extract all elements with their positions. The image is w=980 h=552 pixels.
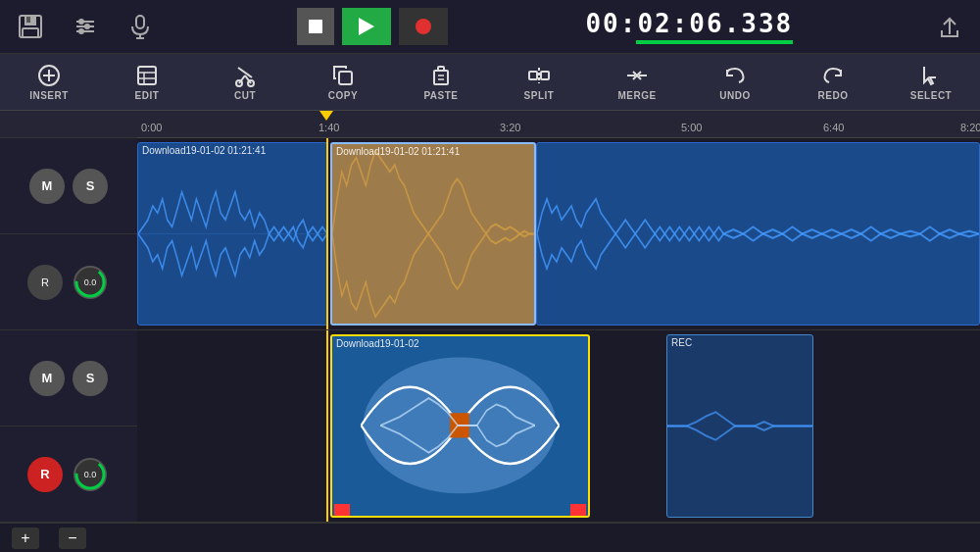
track2-controls-row2: R 0.0 [0, 427, 137, 523]
top-bar: 00:02:06.338 [0, 0, 980, 54]
toolbar-redo[interactable]: REDO [784, 54, 882, 110]
record-icon [416, 19, 431, 34]
play-button[interactable] [342, 8, 391, 45]
track2-mute-button[interactable]: M [29, 361, 65, 396]
track1-lane[interactable]: Download19-01-02 01:21:41 Download19-01-… [137, 138, 980, 330]
timeline-area: 0:00 1:40 3:20 5:00 6:40 8:20 Download19… [137, 111, 980, 523]
ruler-label-2: 3:20 [500, 122, 520, 133]
timeline-ruler[interactable]: 0:00 1:40 3:20 5:00 6:40 8:20 [137, 111, 980, 138]
toolbar-select[interactable]: SELECT [882, 54, 980, 110]
ruler-label-1: 1:40 [318, 122, 339, 133]
ruler-label-0: 0:00 [141, 122, 162, 133]
top-bar-left [12, 8, 159, 45]
track2-clip1-label: Download19-01-02 [336, 338, 419, 349]
share-button[interactable] [931, 8, 968, 45]
playhead-line-track1 [326, 138, 328, 329]
track1-clip2-selected[interactable]: Download19-01-02 01:21:41 [330, 142, 536, 326]
track1-clip1[interactable]: Download19-01-02 01:21:41 [137, 142, 328, 326]
track-controls: M S R 0.0 M S R 0 [0, 111, 137, 523]
track2-clip1-handle-left[interactable] [334, 504, 350, 516]
track2-rec-label: REC [671, 337, 692, 348]
svg-rect-26 [339, 72, 352, 84]
track1-controls-row2: R 0.0 [0, 234, 137, 330]
ruler-label-4: 6:40 [823, 122, 844, 133]
track2-lane[interactable]: Download19-01-02 [137, 330, 980, 523]
ruler-spacer [0, 111, 137, 138]
timecode-area: 00:02:06.338 [585, 9, 793, 44]
toolbar-cut[interactable]: CUT [196, 54, 294, 110]
add-track-button[interactable]: + [12, 527, 39, 549]
svg-point-9 [78, 28, 84, 34]
bottom-bar: + − [0, 523, 980, 552]
main-area: M S R 0.0 M S R 0 [0, 111, 980, 523]
ruler-ticks: 0:00 1:40 3:20 5:00 6:40 8:20 [137, 111, 980, 137]
toolbar-edit[interactable]: EDIT [98, 54, 196, 110]
toolbar-split[interactable]: SPLIT [490, 54, 588, 110]
toolbar: INSERT EDIT CUT COPY [0, 54, 980, 111]
record-button[interactable] [399, 8, 448, 45]
toolbar-paste[interactable]: PASTE [392, 54, 490, 110]
svg-point-8 [84, 24, 90, 29]
svg-rect-27 [434, 71, 448, 84]
save-button[interactable] [12, 8, 49, 45]
timecode-progress-bar [636, 40, 793, 44]
svg-rect-17 [138, 67, 156, 84]
track1-clip3[interactable] [536, 142, 980, 326]
timecode-display: 00:02:06.338 [585, 9, 793, 38]
track1-clip1-label: Download19-01-02 01:21:41 [142, 145, 266, 156]
mic-button[interactable] [122, 8, 159, 45]
track2-controls: M S [0, 330, 137, 427]
toolbar-merge[interactable]: MERGE [588, 54, 686, 110]
track1-dial-value: 0.0 [84, 277, 97, 287]
stop-button[interactable] [297, 8, 334, 45]
track2-r-button[interactable]: R [27, 457, 63, 492]
toolbar-insert[interactable]: INSERT [0, 54, 98, 110]
track2-rec-clip[interactable]: REC [666, 334, 813, 518]
track2-dial-value: 0.0 [84, 470, 97, 479]
track1-solo-button[interactable]: S [73, 169, 108, 204]
toolbar-undo[interactable]: UNDO [686, 54, 784, 110]
ruler-label-3: 5:00 [681, 122, 702, 133]
svg-rect-2 [23, 28, 38, 37]
track1-mute-button[interactable]: M [29, 169, 65, 204]
svg-rect-30 [529, 72, 537, 79]
svg-rect-10 [136, 16, 144, 28]
track1-dial[interactable]: 0.0 [71, 263, 110, 302]
track1-controls: M S [0, 138, 137, 234]
svg-point-7 [78, 19, 84, 25]
transport-controls [297, 8, 448, 45]
playhead-line-track2 [326, 330, 328, 522]
mixer-button[interactable] [67, 8, 104, 45]
track-lanes: Download19-01-02 01:21:41 Download19-01-… [137, 138, 980, 523]
stop-icon [309, 20, 322, 33]
track2-clip1[interactable]: Download19-01-02 [330, 334, 590, 518]
svg-rect-31 [541, 72, 549, 79]
track2-solo-button[interactable]: S [73, 361, 108, 396]
play-icon [359, 18, 374, 35]
track2-clip1-handle-right[interactable] [570, 504, 586, 516]
svg-rect-3 [26, 17, 30, 23]
track1-r-button[interactable]: R [27, 265, 63, 300]
toolbar-copy[interactable]: COPY [294, 54, 392, 110]
ruler-label-5: 8:20 [960, 122, 980, 133]
playhead-triangle [319, 111, 333, 121]
remove-track-button[interactable]: − [59, 527, 86, 549]
track1-clip2-label: Download19-01-02 01:21:41 [336, 146, 460, 157]
track2-dial[interactable]: 0.0 [71, 455, 110, 494]
